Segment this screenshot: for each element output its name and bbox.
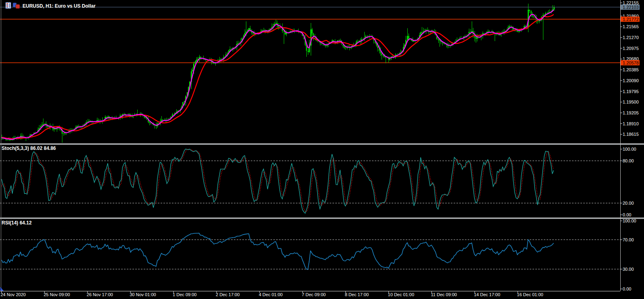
time-axis-label: 30 Nov 01:00 [130, 292, 156, 297]
osc-axis-label: 30.00 [623, 267, 634, 272]
price-marker-label: 1.22103 [623, 5, 639, 10]
stoch-indicator-label: Stoch(5,3,3) 86.02 84.86 [2, 145, 56, 151]
time-axis-label: 7 Dec 09:00 [302, 292, 326, 297]
chart-list-icon [6, 2, 11, 8]
divider-line[interactable] [0, 218, 644, 218]
price-axis-label: 1.20385 [623, 67, 639, 72]
osc-axis-label: 100.00 [623, 147, 636, 152]
time-axis-label: 10 Dec 01:00 [388, 292, 414, 297]
price-axis-label: 1.21565 [623, 24, 639, 29]
time-axis-label: 1 Dec 09:00 [173, 292, 196, 297]
time-axis-label: 14 Dec 17:00 [474, 292, 500, 297]
osc-axis-label: 70.00 [623, 237, 634, 242]
time-axis-label: 2 Dec 17:00 [216, 292, 239, 297]
divider-line[interactable] [0, 218, 644, 219]
price-axis-label: 1.20975 [623, 46, 639, 51]
time-axis-label: 25 Nov 09:00 [43, 292, 70, 297]
osc-axis-label: 20.00 [623, 201, 634, 206]
price-axis-label: 1.18615 [623, 132, 639, 137]
price-axis-label: 1.20090 [623, 78, 639, 83]
time-axis-label: 11 Dec 09:00 [431, 292, 457, 297]
price-axis-label: 1.21270 [623, 35, 639, 40]
price-axis-label: 1.19500 [623, 100, 639, 104]
divider-line[interactable] [0, 219, 644, 219]
price-axis-label: 1.19795 [623, 89, 639, 94]
osc-axis-label: 0.00 [623, 287, 631, 291]
price-axis-label: 1.19205 [623, 110, 639, 115]
price-marker-label: 1.21772 [623, 17, 639, 22]
osc-axis-label: 0.00 [623, 212, 631, 217]
chart-background [0, 0, 644, 299]
time-axis-label: 26 Nov 17:00 [87, 292, 113, 297]
time-axis-label: 16 Dec 01:00 [517, 292, 543, 297]
time-axis-label: 24 Nov 2020 [1, 292, 26, 297]
divider-line[interactable] [0, 144, 644, 145]
osc-axis-label: 80.00 [623, 158, 634, 163]
time-axis-label: 4 Dec 01:00 [259, 292, 283, 297]
mt4-chart-window[interactable]: 1.221551.218601.215651.212701.209751.206… [0, 0, 644, 299]
osc-axis-label: 100.00 [623, 218, 636, 223]
time-axis-label: 8 Dec 17:00 [345, 292, 369, 297]
rsi-indicator-label: RSI(14) 64.12 [2, 220, 32, 226]
divider-line[interactable] [0, 143, 644, 144]
price-marker-label: 1.20578 [623, 60, 639, 65]
divider-line[interactable] [0, 145, 644, 145]
price-axis-label: 1.18910 [623, 121, 639, 126]
chart-title: EURUSD, H1: Euro vs US Dollar [23, 3, 96, 9]
